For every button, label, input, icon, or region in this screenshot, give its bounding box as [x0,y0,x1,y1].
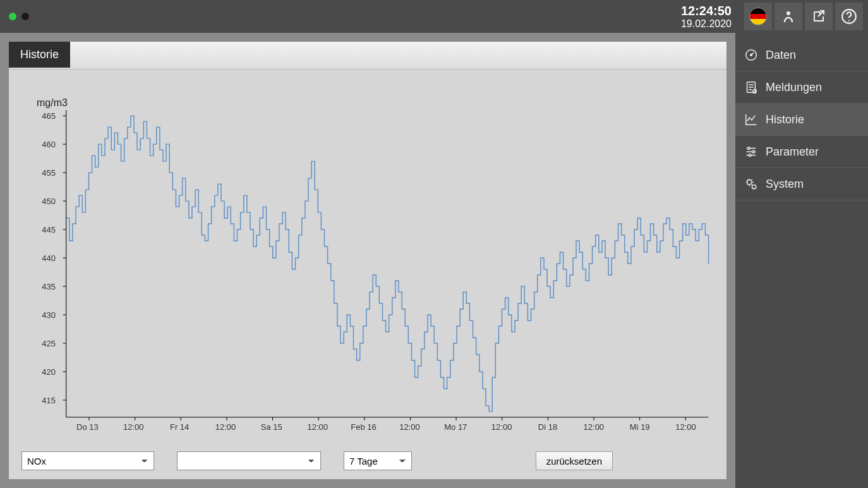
help-button[interactable] [835,3,863,30]
tab-historie[interactable]: Historie [9,42,70,68]
reset-button[interactable]: zurücksetzen [536,451,613,470]
sliders-icon [744,145,758,159]
svg-point-0 [787,11,790,15]
x-tick-label: 12:00 [399,422,420,432]
controls-bar: NOx 7 Tage zurücksetzen [21,451,714,470]
clock: 12:24:50 19.02.2020 [681,4,737,30]
x-tick-label: Do 13 [76,422,99,432]
svg-point-2 [848,20,850,21]
history-panel: Historie mg/m3 4154204254304354404454504… [9,42,726,479]
x-tick-label: Mi 19 [630,422,650,432]
sidebar-item-label: Historie [766,113,804,126]
export-icon [811,9,826,24]
panel-header [9,42,726,70]
x-tick-label: 12:00 [215,422,236,432]
top-icon-bar [744,3,863,30]
sidebar-item-label: Meldungen [766,81,822,94]
x-tick-label: Sa 15 [261,422,282,432]
svg-point-38 [752,185,756,188]
help-icon [841,8,857,25]
x-tick-label: Di 18 [538,422,557,432]
sidebar-item-daten[interactable]: Daten [735,39,868,71]
clock-date: 19.02.2020 [681,18,732,30]
window-controls [9,13,29,20]
flag-germany-icon [749,8,767,25]
x-tick-label: Feb 16 [351,422,376,432]
x-tick-label: 12:00 [307,422,328,432]
language-button[interactable] [744,3,772,30]
sidebar-item-label: Parameter [766,145,819,159]
parameter-select[interactable]: NOx [21,451,154,470]
sidebar-item-label: System [766,178,804,191]
user-button[interactable] [775,3,802,30]
clipboard-icon [744,80,758,94]
x-tick-label: Fr 14 [170,422,189,432]
export-button[interactable] [805,3,833,30]
sidebar-item-historie[interactable]: Historie [735,104,868,136]
svg-point-31 [750,54,752,56]
gauge-icon [744,48,758,62]
sidebar: Daten Meldungen Historie Parameter Syste… [735,33,868,488]
range-select[interactable]: 7 Tage [344,451,412,470]
sidebar-item-parameter[interactable]: Parameter [735,136,868,168]
x-tick-label: 12:00 [675,422,696,432]
top-bar: 12:24:50 19.02.2020 [0,0,868,33]
main-area: Historie mg/m3 4154204254304354404454504… [0,33,735,488]
sidebar-item-system[interactable]: System [735,168,868,200]
window-dot-green[interactable] [9,13,16,20]
sidebar-item-meldungen[interactable]: Meldungen [735,71,868,104]
user-icon [781,9,796,24]
chart-plot[interactable] [19,80,716,435]
chart-line-icon [744,113,758,126]
svg-point-35 [752,150,755,153]
clock-time: 12:24:50 [681,4,732,18]
svg-point-36 [749,154,751,157]
gears-icon [744,177,758,191]
svg-point-34 [748,147,750,150]
chart-area: mg/m3 415420425430435440445450455460465 … [19,80,716,435]
x-tick-label: 12:00 [123,422,144,432]
window-dot-dark[interactable] [21,13,29,20]
x-tick-label: 12:00 [584,422,605,432]
sidebar-item-label: Daten [766,49,796,62]
x-tick-label: Mo 17 [444,422,467,432]
secondary-select[interactable] [177,451,321,470]
x-tick-label: 12:00 [491,422,512,432]
x-axis-ticks: Do 1312:00Fr 1412:00Sa 1512:00Feb 1612:0… [64,422,709,435]
